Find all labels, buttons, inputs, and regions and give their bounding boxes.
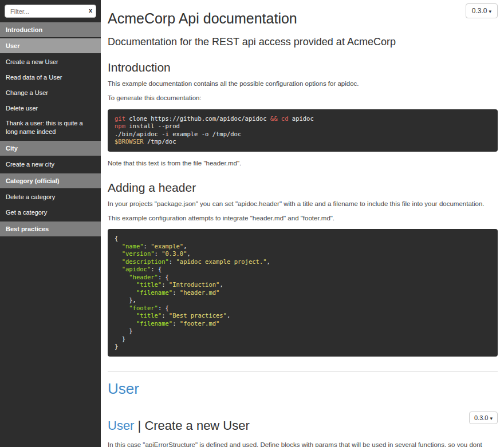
- section-heading-adding-a-header: Adding a header: [108, 181, 498, 195]
- page-subtitle: Documentation for the REST api access pr…: [108, 36, 498, 48]
- version-dropdown-button[interactable]: 0.3.0▾: [466, 3, 498, 18]
- article-title: User | Create a new User: [108, 418, 498, 433]
- sidebar-header-introduction[interactable]: Introduction: [0, 22, 101, 37]
- filter-input[interactable]: [5, 5, 96, 18]
- sidebar-header-category-official[interactable]: Category (official): [0, 173, 101, 188]
- group-title-user: User: [108, 380, 498, 398]
- sidebar-header-user[interactable]: User: [0, 38, 101, 53]
- sidebar-item-read-data-of-a-user[interactable]: Read data of a User: [0, 70, 101, 85]
- caret-down-icon: ▾: [490, 416, 493, 421]
- article-title-group: User: [108, 418, 134, 433]
- intro-paragraph-2: To generate this documentation:: [108, 93, 498, 103]
- sidebar: x IntroductionUserCreate a new UserRead …: [0, 0, 101, 447]
- adding-header-paragraph-1: In your projects "package.json" you can …: [108, 199, 498, 209]
- sidebar-item-thank-a-user-this-is-quite-a-long-name-indeed[interactable]: Thank a user: this is quite a long name …: [0, 116, 101, 140]
- sidebar-header-best-practices[interactable]: Best practices: [0, 221, 101, 236]
- filter-box: x: [5, 5, 96, 18]
- sidebar-item-delete-user[interactable]: Delete user: [0, 101, 101, 116]
- group-separator: [108, 371, 498, 372]
- sidebar-nav: IntroductionUserCreate a new UserRead da…: [0, 22, 101, 236]
- sidebar-item-create-a-new-city[interactable]: Create a new city: [0, 157, 101, 172]
- sidebar-item-change-a-user[interactable]: Change a User: [0, 85, 101, 101]
- caret-down-icon: ▾: [489, 9, 491, 14]
- clear-icon[interactable]: x: [89, 7, 92, 14]
- section-heading-introduction: Introduction: [108, 61, 498, 74]
- article-description: In this case "apiErrorStructure" is defi…: [108, 440, 498, 447]
- article-version-dropdown-button[interactable]: 0.3.0▾: [469, 412, 498, 424]
- shell-code-block: git clone https://github.com/apidoc/apid…: [108, 109, 498, 152]
- sidebar-item-create-a-new-user[interactable]: Create a new User: [0, 54, 101, 70]
- intro-paragraph-1: This example documentation contains all …: [108, 79, 498, 89]
- article-title-name: Create a new User: [144, 418, 249, 433]
- article-title-separator: |: [134, 418, 144, 433]
- article-create-a-new-user: 0.3.0▾ User | Create a new User In this …: [108, 410, 498, 447]
- sidebar-item-get-a-category[interactable]: Get a category: [0, 205, 101, 220]
- main-content: 0.3.0▾ AcmeCorp Api documentation Docume…: [101, 0, 504, 447]
- json-code-block: { "name": "example", "version": "0.3.0",…: [108, 229, 498, 357]
- adding-header-paragraph-2: This example configuration attempts to i…: [108, 213, 498, 223]
- sidebar-item-delete-a-category[interactable]: Delete a category: [0, 189, 101, 205]
- sidebar-header-city[interactable]: City: [0, 141, 101, 156]
- version-label: 0.3.0: [472, 7, 487, 15]
- intro-note: Note that this text is from the file "he…: [108, 159, 498, 168]
- page-title: AcmeCorp Api documentation: [108, 10, 498, 27]
- article-version-label: 0.3.0: [474, 414, 488, 421]
